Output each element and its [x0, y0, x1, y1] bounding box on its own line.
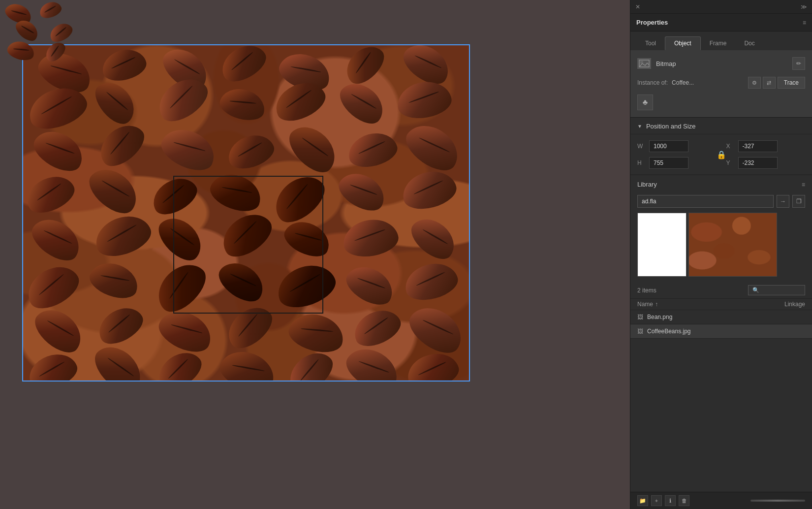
- instance-name: Coffee...: [672, 79, 744, 86]
- y-field-row: Y: [726, 157, 806, 169]
- library-title: Library: [637, 181, 657, 188]
- library-item-name: Bean.png: [647, 314, 672, 320]
- tab-frame[interactable]: Frame: [701, 36, 736, 50]
- height-field-row: H: [637, 157, 717, 169]
- library-item-coffeebeans[interactable]: 🖼 CoffeeBeans.jpg: [630, 324, 812, 339]
- library-search-input[interactable]: [761, 287, 801, 293]
- panel-top-bar: ✕ ≫: [630, 0, 812, 14]
- library-count-row: 2 items 🔍: [630, 282, 812, 298]
- properties-tabs: Tool Object Frame Doc: [630, 32, 812, 50]
- items-count: 2 items: [637, 287, 656, 294]
- library-item-name: CoffeeBeans.jpg: [647, 328, 691, 335]
- thumbnail-coffeebeans: [688, 213, 777, 277]
- svg-rect-1: [640, 61, 643, 64]
- width-input[interactable]: [649, 140, 688, 152]
- library-header: Library ≡: [630, 175, 812, 192]
- tab-object[interactable]: Object: [665, 36, 701, 50]
- width-label: W: [637, 143, 645, 150]
- library-file-select[interactable]: ad.fla: [637, 195, 774, 208]
- width-field-row: W: [637, 140, 717, 152]
- properties-content: Bitmap ✏ Instance of: Coffee... ⚙ ⇄ Trac…: [630, 50, 812, 118]
- x-field-row: X: [726, 140, 806, 152]
- library-item-icon: 🖼: [637, 314, 643, 320]
- symbol-row: ♣: [637, 95, 805, 110]
- panel-header: Properties ≡: [630, 14, 812, 32]
- trace-button[interactable]: Trace: [778, 77, 805, 89]
- library-header-icons: ≡: [802, 181, 805, 188]
- position-size-grid: W X 🔒 H Y: [637, 140, 805, 169]
- height-input[interactable]: [649, 157, 688, 169]
- x-input[interactable]: [738, 140, 778, 152]
- bitmap-row: Bitmap ✏: [637, 57, 805, 70]
- canvas-background: [0, 0, 630, 509]
- symbol-button[interactable]: ♣: [637, 95, 653, 110]
- bitmap-icon: [637, 58, 651, 69]
- search-icon: 🔍: [752, 287, 759, 293]
- library-menu-icon[interactable]: ≡: [802, 181, 805, 188]
- name-column-header: Name ↑: [637, 301, 658, 308]
- library-dropdown-row: ad.fla → ❐: [630, 192, 812, 211]
- library-list-header: Name ↑ Linkage: [630, 298, 812, 310]
- collapse-panel-button[interactable]: ≫: [801, 3, 807, 10]
- right-panel: ✕ ≫ Properties ≡ Tool Object Frame Doc: [630, 0, 812, 509]
- panel-menu-icon[interactable]: ≡: [803, 19, 806, 26]
- instance-buttons: ⚙ ⇄ Trace: [748, 77, 805, 89]
- coffee-image-selected[interactable]: [22, 44, 470, 382]
- library-item-icon: 🖼: [637, 328, 643, 335]
- canvas-area: [0, 0, 630, 509]
- thumbnail-coffeebeans-image: [689, 213, 777, 276]
- library-toolbar: 📁 + ℹ 🗑: [630, 492, 812, 509]
- instance-label: Instance of:: [637, 79, 668, 86]
- library-thumbnails: [630, 211, 812, 282]
- lock-icon: 🔒: [717, 150, 726, 159]
- linkage-column-header: Linkage: [784, 301, 805, 308]
- tab-tool[interactable]: Tool: [636, 36, 665, 50]
- swap-button[interactable]: ⇄: [763, 77, 776, 89]
- library-item-bean[interactable]: 🖼 Bean.png: [630, 310, 812, 324]
- filter-button[interactable]: ⚙: [748, 77, 761, 89]
- y-label: Y: [726, 159, 734, 166]
- new-folder-button[interactable]: 📁: [637, 495, 648, 506]
- panel-title: Properties: [636, 19, 668, 26]
- add-item-button[interactable]: +: [651, 495, 662, 506]
- x-label: X: [726, 143, 734, 150]
- progress-bar: [750, 500, 806, 502]
- edit-bitmap-button[interactable]: ✏: [792, 57, 805, 70]
- bitmap-label: Bitmap: [656, 60, 676, 67]
- position-size-content: W X 🔒 H Y: [630, 134, 812, 175]
- position-size-title: Position and Size: [646, 123, 695, 130]
- library-items-list: 🖼 Bean.png 🖼 CoffeeBeans.jpg: [630, 310, 812, 492]
- bitmap-info: Bitmap: [637, 58, 676, 69]
- height-label: H: [637, 159, 645, 166]
- instance-row: Instance of: Coffee... ⚙ ⇄ Trace: [637, 77, 805, 89]
- info-button[interactable]: ℹ: [665, 495, 676, 506]
- library-copy-button[interactable]: ❐: [792, 195, 805, 208]
- close-panel-button[interactable]: ✕: [635, 3, 640, 10]
- library-search-wrap: 🔍: [748, 285, 805, 295]
- delete-button[interactable]: 🗑: [679, 495, 689, 506]
- y-input[interactable]: [738, 157, 778, 169]
- thumbnail-bean: [637, 213, 687, 277]
- tab-doc[interactable]: Doc: [735, 36, 763, 50]
- chevron-down-icon: ▼: [637, 124, 642, 129]
- library-link-button[interactable]: →: [777, 195, 789, 208]
- position-size-section-header[interactable]: ▼ Position and Size: [630, 118, 812, 134]
